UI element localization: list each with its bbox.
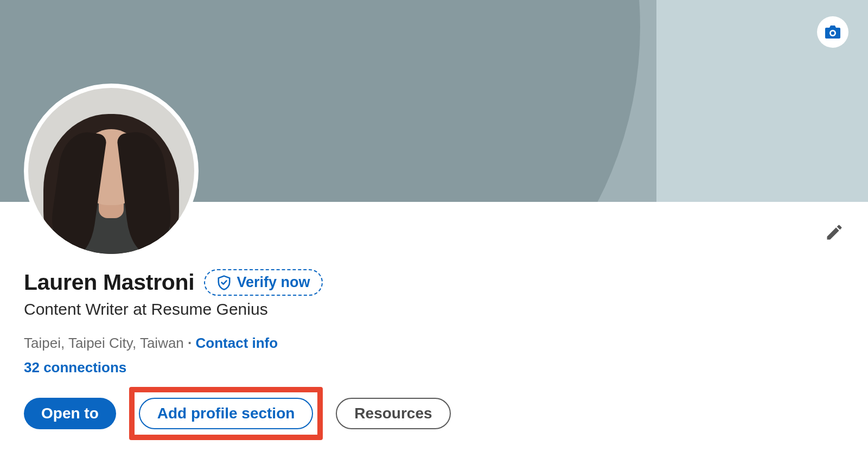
annotation-highlight: Add profile section [129, 387, 323, 440]
separator-dot: · [188, 335, 195, 351]
resources-label: Resources [354, 405, 432, 422]
add-profile-section-button[interactable]: Add profile section [139, 398, 314, 429]
profile-name: Lauren Mastroni [24, 270, 194, 295]
profile-actions-row: Open to Add profile section Resources [24, 387, 844, 440]
edit-profile-button[interactable] [824, 221, 845, 243]
avatar[interactable] [24, 84, 199, 258]
edit-cover-photo-button[interactable] [817, 16, 848, 48]
open-to-button[interactable]: Open to [24, 398, 116, 429]
shield-icon [217, 275, 231, 290]
svg-point-1 [831, 31, 834, 35]
camera-icon [825, 26, 840, 39]
open-to-label: Open to [41, 405, 99, 422]
resources-button[interactable]: Resources [336, 398, 450, 429]
name-row: Lauren Mastroni Verify now [24, 269, 844, 296]
contact-info-link[interactable]: Contact info [196, 335, 278, 351]
verify-now-button[interactable]: Verify now [204, 269, 323, 296]
pencil-icon [825, 222, 844, 242]
verify-now-label: Verify now [237, 274, 310, 291]
add-profile-section-label: Add profile section [157, 405, 295, 422]
profile-location: Taipei, Taipei City, Taiwan [24, 335, 184, 351]
location-row: Taipei, Taipei City, Taiwan · Contact in… [24, 335, 844, 352]
avatar-image [28, 88, 194, 254]
connections-link[interactable]: 32 connections [24, 359, 126, 376]
profile-headline: Content Writer at Resume Genius [24, 300, 844, 319]
